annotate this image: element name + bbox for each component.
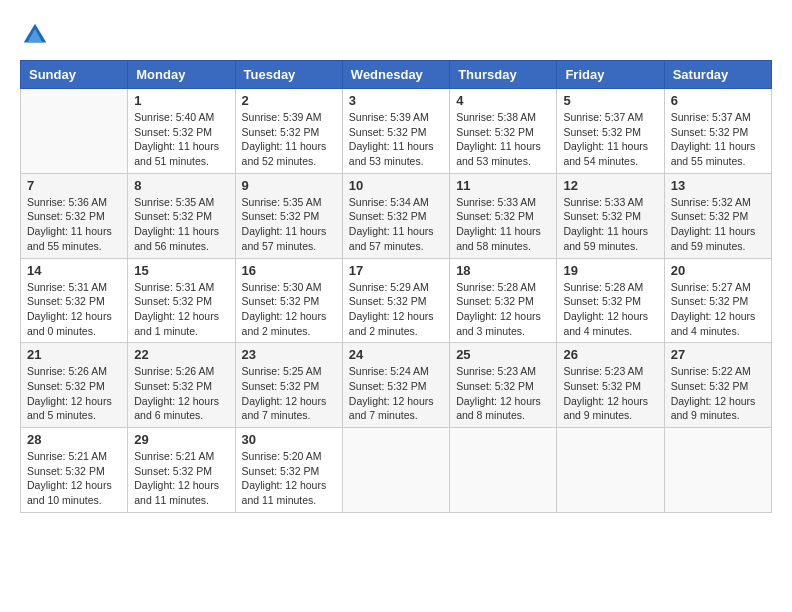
calendar-cell: 23Sunrise: 5:25 AMSunset: 5:32 PMDayligh… <box>235 343 342 428</box>
calendar-cell <box>664 428 771 513</box>
week-row-5: 28Sunrise: 5:21 AMSunset: 5:32 PMDayligh… <box>21 428 772 513</box>
day-info: Sunrise: 5:33 AMSunset: 5:32 PMDaylight:… <box>456 195 550 254</box>
day-number: 22 <box>134 347 228 362</box>
day-info: Sunrise: 5:26 AMSunset: 5:32 PMDaylight:… <box>134 364 228 423</box>
day-number: 15 <box>134 263 228 278</box>
day-number: 4 <box>456 93 550 108</box>
day-number: 23 <box>242 347 336 362</box>
week-row-1: 1Sunrise: 5:40 AMSunset: 5:32 PMDaylight… <box>21 89 772 174</box>
calendar-cell <box>21 89 128 174</box>
day-number: 19 <box>563 263 657 278</box>
day-info: Sunrise: 5:27 AMSunset: 5:32 PMDaylight:… <box>671 280 765 339</box>
day-number: 27 <box>671 347 765 362</box>
calendar-cell <box>450 428 557 513</box>
day-info: Sunrise: 5:40 AMSunset: 5:32 PMDaylight:… <box>134 110 228 169</box>
day-number: 21 <box>27 347 121 362</box>
calendar-cell: 21Sunrise: 5:26 AMSunset: 5:32 PMDayligh… <box>21 343 128 428</box>
calendar-cell <box>557 428 664 513</box>
day-number: 8 <box>134 178 228 193</box>
calendar-cell: 4Sunrise: 5:38 AMSunset: 5:32 PMDaylight… <box>450 89 557 174</box>
day-number: 3 <box>349 93 443 108</box>
calendar-cell: 5Sunrise: 5:37 AMSunset: 5:32 PMDaylight… <box>557 89 664 174</box>
day-info: Sunrise: 5:38 AMSunset: 5:32 PMDaylight:… <box>456 110 550 169</box>
day-info: Sunrise: 5:36 AMSunset: 5:32 PMDaylight:… <box>27 195 121 254</box>
day-info: Sunrise: 5:37 AMSunset: 5:32 PMDaylight:… <box>671 110 765 169</box>
weekday-header-monday: Monday <box>128 61 235 89</box>
calendar-cell <box>342 428 449 513</box>
logo <box>20 20 54 50</box>
calendar-cell: 17Sunrise: 5:29 AMSunset: 5:32 PMDayligh… <box>342 258 449 343</box>
calendar-cell: 18Sunrise: 5:28 AMSunset: 5:32 PMDayligh… <box>450 258 557 343</box>
day-info: Sunrise: 5:34 AMSunset: 5:32 PMDaylight:… <box>349 195 443 254</box>
day-number: 26 <box>563 347 657 362</box>
calendar-cell: 8Sunrise: 5:35 AMSunset: 5:32 PMDaylight… <box>128 173 235 258</box>
day-info: Sunrise: 5:23 AMSunset: 5:32 PMDaylight:… <box>563 364 657 423</box>
calendar-cell: 11Sunrise: 5:33 AMSunset: 5:32 PMDayligh… <box>450 173 557 258</box>
day-info: Sunrise: 5:25 AMSunset: 5:32 PMDaylight:… <box>242 364 336 423</box>
day-number: 7 <box>27 178 121 193</box>
weekday-header-wednesday: Wednesday <box>342 61 449 89</box>
day-number: 5 <box>563 93 657 108</box>
day-number: 10 <box>349 178 443 193</box>
day-number: 29 <box>134 432 228 447</box>
calendar-cell: 29Sunrise: 5:21 AMSunset: 5:32 PMDayligh… <box>128 428 235 513</box>
calendar-cell: 27Sunrise: 5:22 AMSunset: 5:32 PMDayligh… <box>664 343 771 428</box>
logo-icon <box>20 20 50 50</box>
day-number: 17 <box>349 263 443 278</box>
calendar-cell: 14Sunrise: 5:31 AMSunset: 5:32 PMDayligh… <box>21 258 128 343</box>
calendar-cell: 12Sunrise: 5:33 AMSunset: 5:32 PMDayligh… <box>557 173 664 258</box>
calendar-cell: 20Sunrise: 5:27 AMSunset: 5:32 PMDayligh… <box>664 258 771 343</box>
day-info: Sunrise: 5:28 AMSunset: 5:32 PMDaylight:… <box>456 280 550 339</box>
day-info: Sunrise: 5:39 AMSunset: 5:32 PMDaylight:… <box>242 110 336 169</box>
calendar-cell: 2Sunrise: 5:39 AMSunset: 5:32 PMDaylight… <box>235 89 342 174</box>
calendar-cell: 7Sunrise: 5:36 AMSunset: 5:32 PMDaylight… <box>21 173 128 258</box>
calendar-table: SundayMondayTuesdayWednesdayThursdayFrid… <box>20 60 772 513</box>
calendar-cell: 15Sunrise: 5:31 AMSunset: 5:32 PMDayligh… <box>128 258 235 343</box>
day-number: 16 <box>242 263 336 278</box>
day-info: Sunrise: 5:29 AMSunset: 5:32 PMDaylight:… <box>349 280 443 339</box>
calendar-cell: 30Sunrise: 5:20 AMSunset: 5:32 PMDayligh… <box>235 428 342 513</box>
day-number: 20 <box>671 263 765 278</box>
day-info: Sunrise: 5:32 AMSunset: 5:32 PMDaylight:… <box>671 195 765 254</box>
day-info: Sunrise: 5:33 AMSunset: 5:32 PMDaylight:… <box>563 195 657 254</box>
week-row-4: 21Sunrise: 5:26 AMSunset: 5:32 PMDayligh… <box>21 343 772 428</box>
day-info: Sunrise: 5:24 AMSunset: 5:32 PMDaylight:… <box>349 364 443 423</box>
calendar-cell: 28Sunrise: 5:21 AMSunset: 5:32 PMDayligh… <box>21 428 128 513</box>
weekday-header-thursday: Thursday <box>450 61 557 89</box>
day-number: 30 <box>242 432 336 447</box>
weekday-header-saturday: Saturday <box>664 61 771 89</box>
calendar-cell: 13Sunrise: 5:32 AMSunset: 5:32 PMDayligh… <box>664 173 771 258</box>
day-number: 1 <box>134 93 228 108</box>
calendar-cell: 22Sunrise: 5:26 AMSunset: 5:32 PMDayligh… <box>128 343 235 428</box>
day-number: 11 <box>456 178 550 193</box>
day-info: Sunrise: 5:35 AMSunset: 5:32 PMDaylight:… <box>242 195 336 254</box>
calendar-cell: 3Sunrise: 5:39 AMSunset: 5:32 PMDaylight… <box>342 89 449 174</box>
calendar-cell: 6Sunrise: 5:37 AMSunset: 5:32 PMDaylight… <box>664 89 771 174</box>
day-info: Sunrise: 5:31 AMSunset: 5:32 PMDaylight:… <box>27 280 121 339</box>
calendar-cell: 26Sunrise: 5:23 AMSunset: 5:32 PMDayligh… <box>557 343 664 428</box>
day-info: Sunrise: 5:21 AMSunset: 5:32 PMDaylight:… <box>27 449 121 508</box>
week-row-3: 14Sunrise: 5:31 AMSunset: 5:32 PMDayligh… <box>21 258 772 343</box>
day-number: 12 <box>563 178 657 193</box>
day-info: Sunrise: 5:23 AMSunset: 5:32 PMDaylight:… <box>456 364 550 423</box>
calendar-cell: 25Sunrise: 5:23 AMSunset: 5:32 PMDayligh… <box>450 343 557 428</box>
day-info: Sunrise: 5:26 AMSunset: 5:32 PMDaylight:… <box>27 364 121 423</box>
day-info: Sunrise: 5:37 AMSunset: 5:32 PMDaylight:… <box>563 110 657 169</box>
day-info: Sunrise: 5:22 AMSunset: 5:32 PMDaylight:… <box>671 364 765 423</box>
day-info: Sunrise: 5:21 AMSunset: 5:32 PMDaylight:… <box>134 449 228 508</box>
day-info: Sunrise: 5:30 AMSunset: 5:32 PMDaylight:… <box>242 280 336 339</box>
calendar-cell: 19Sunrise: 5:28 AMSunset: 5:32 PMDayligh… <box>557 258 664 343</box>
day-info: Sunrise: 5:35 AMSunset: 5:32 PMDaylight:… <box>134 195 228 254</box>
day-number: 28 <box>27 432 121 447</box>
weekday-header-row: SundayMondayTuesdayWednesdayThursdayFrid… <box>21 61 772 89</box>
day-info: Sunrise: 5:20 AMSunset: 5:32 PMDaylight:… <box>242 449 336 508</box>
day-number: 25 <box>456 347 550 362</box>
day-number: 6 <box>671 93 765 108</box>
calendar-cell: 16Sunrise: 5:30 AMSunset: 5:32 PMDayligh… <box>235 258 342 343</box>
day-number: 13 <box>671 178 765 193</box>
weekday-header-friday: Friday <box>557 61 664 89</box>
day-number: 14 <box>27 263 121 278</box>
weekday-header-tuesday: Tuesday <box>235 61 342 89</box>
calendar-cell: 1Sunrise: 5:40 AMSunset: 5:32 PMDaylight… <box>128 89 235 174</box>
day-info: Sunrise: 5:31 AMSunset: 5:32 PMDaylight:… <box>134 280 228 339</box>
